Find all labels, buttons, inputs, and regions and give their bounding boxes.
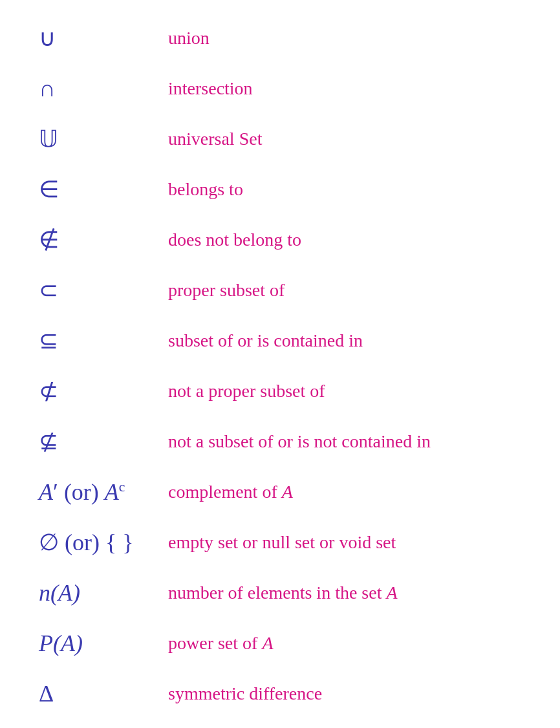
table-row: ∪union: [19, 13, 541, 63]
symbol-cell: ∉: [19, 215, 149, 265]
symbol-cell: ∩: [19, 63, 149, 114]
symbol-cell: 𝕌: [19, 114, 149, 164]
description-cell: does not belong to: [149, 215, 541, 265]
description-cell: intersection: [149, 63, 541, 114]
table-row: A′ (or) Accomplement of A: [19, 467, 541, 517]
symbol-cell: Δ: [19, 669, 149, 719]
description-cell: number of elements in the set A: [149, 568, 541, 618]
symbol-cell: ⊈: [19, 416, 149, 467]
description-cell: symmetric difference: [149, 669, 541, 719]
table-row: P(A)power set of A: [19, 618, 541, 669]
table-row: ⊄not a proper subset of: [19, 366, 541, 416]
symbol-cell: ∪: [19, 13, 149, 63]
table-row: ∉does not belong to: [19, 215, 541, 265]
table-row: 𝕌universal Set: [19, 114, 541, 164]
description-cell: subset of or is contained in: [149, 316, 541, 366]
symbol-cell: ∅ (or) { }: [19, 517, 149, 568]
description-cell: universal Set: [149, 114, 541, 164]
symbol-cell: A′ (or) Ac: [19, 467, 149, 517]
table-row: n(A)number of elements in the set A: [19, 568, 541, 618]
symbol-cell: ⊂: [19, 265, 149, 316]
table-row: ⊈not a subset of or is not contained in: [19, 416, 541, 467]
table-row: Δsymmetric difference: [19, 669, 541, 719]
table-row: ∈belongs to: [19, 164, 541, 215]
table-row: ⊆subset of or is contained in: [19, 316, 541, 366]
set-theory-table: ∪union∩intersection𝕌universal Set∈belong…: [19, 13, 541, 719]
description-cell: union: [149, 13, 541, 63]
description-cell: belongs to: [149, 164, 541, 215]
description-cell: power set of A: [149, 618, 541, 669]
table-row: ⊂proper subset of: [19, 265, 541, 316]
description-cell: not a subset of or is not contained in: [149, 416, 541, 467]
symbol-cell: n(A): [19, 568, 149, 618]
description-cell: complement of A: [149, 467, 541, 517]
table-row: ∅ (or) { }empty set or null set or void …: [19, 517, 541, 568]
table-row: ∩intersection: [19, 63, 541, 114]
description-cell: not a proper subset of: [149, 366, 541, 416]
description-cell: empty set or null set or void set: [149, 517, 541, 568]
symbol-cell: ⊄: [19, 366, 149, 416]
symbol-cell: ⊆: [19, 316, 149, 366]
description-cell: proper subset of: [149, 265, 541, 316]
symbol-cell: ∈: [19, 164, 149, 215]
symbol-cell: P(A): [19, 618, 149, 669]
